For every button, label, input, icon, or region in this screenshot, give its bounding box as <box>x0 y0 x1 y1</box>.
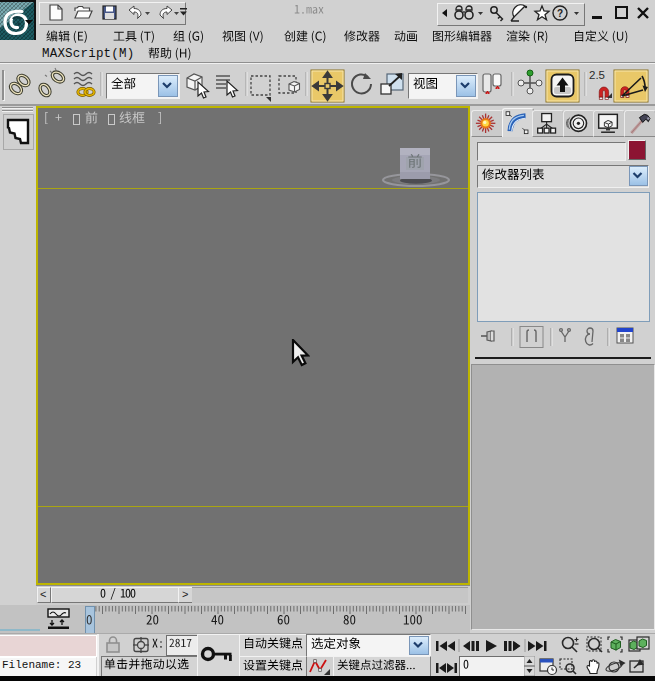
svg-text:2.5: 2.5 <box>589 69 605 81</box>
svg-text:?: ? <box>557 8 563 19</box>
